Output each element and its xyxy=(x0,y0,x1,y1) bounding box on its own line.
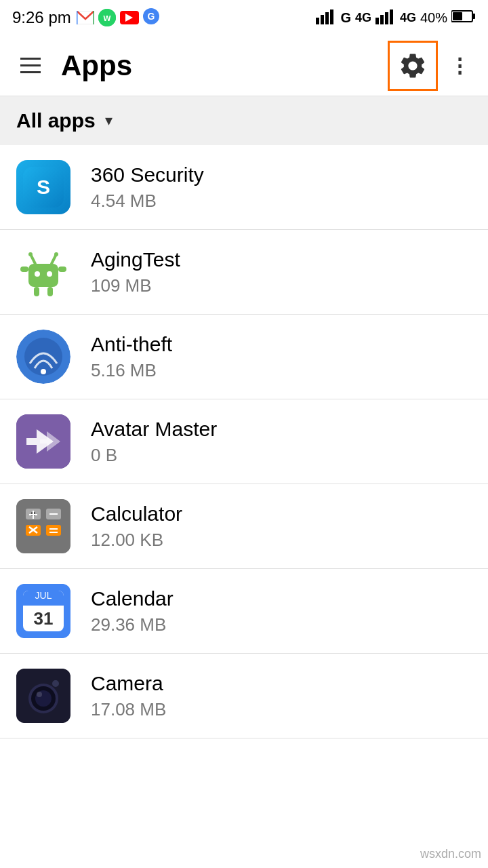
app-info-360-security: 360 Security 4.54 MB xyxy=(91,163,204,212)
app-item-agingtest[interactable]: AgingTest 109 MB xyxy=(0,230,488,315)
svg-point-61 xyxy=(52,680,59,687)
svg-rect-17 xyxy=(453,12,462,20)
app-size-360-security: 4.54 MB xyxy=(91,191,204,212)
gmail-icon xyxy=(77,9,94,26)
svg-line-23 xyxy=(31,256,35,264)
svg-rect-28 xyxy=(47,287,53,296)
svg-text:G: G xyxy=(147,11,155,22)
app-icon-360-security: S xyxy=(16,160,70,214)
app-item-calculator[interactable]: Calculator 12.00 KB xyxy=(0,484,488,569)
svg-rect-11 xyxy=(375,18,379,24)
hamburger-menu-button[interactable] xyxy=(14,49,47,83)
svg-text:31: 31 xyxy=(34,608,54,629)
app-item-360-security[interactable]: S 360 Security 4.54 MB xyxy=(0,145,488,230)
app-info-calculator: Calculator 12.00 KB xyxy=(91,502,182,551)
svg-rect-29 xyxy=(20,267,28,272)
svg-point-22 xyxy=(47,271,52,277)
svg-rect-43 xyxy=(49,513,58,515)
settings-button-highlighted xyxy=(388,41,438,91)
battery-percent: 40% xyxy=(420,10,447,26)
svg-point-26 xyxy=(54,252,58,256)
more-options-button[interactable]: ⋮ xyxy=(445,45,474,86)
svg-rect-27 xyxy=(34,287,39,296)
svg-rect-49 xyxy=(49,532,58,533)
svg-rect-8 xyxy=(321,15,324,24)
app-icon-calculator xyxy=(16,499,70,553)
svg-rect-20 xyxy=(28,264,58,287)
gear-icon xyxy=(398,51,428,81)
app-item-calendar[interactable]: 31 JUL Calendar 29.36 MB xyxy=(0,569,488,654)
app-icon-camera xyxy=(16,669,70,723)
app-icon-avatarmaster xyxy=(16,414,70,469)
app-info-agingtest: AgingTest 109 MB xyxy=(91,248,180,296)
svg-rect-9 xyxy=(325,12,329,24)
app-size-avatarmaster: 0 B xyxy=(91,445,217,466)
hamburger-line-3 xyxy=(20,71,41,73)
svg-line-25 xyxy=(52,256,56,264)
app-info-calendar: Calendar 29.36 MB xyxy=(91,587,174,635)
youtube-icon xyxy=(120,11,139,24)
lte-icon: 4G xyxy=(355,11,371,25)
svg-text:S: S xyxy=(37,176,50,198)
svg-rect-48 xyxy=(49,528,58,530)
google-icon: G xyxy=(143,8,159,27)
app-size-antitheft: 5.16 MB xyxy=(91,360,172,381)
svg-rect-53 xyxy=(23,600,64,606)
filter-label: All apps xyxy=(16,109,96,132)
whatsapp-icon: w xyxy=(98,9,116,26)
svg-rect-16 xyxy=(472,14,475,19)
filter-bar: All apps ▾ xyxy=(0,96,488,145)
svg-point-24 xyxy=(28,252,33,256)
svg-text:w: w xyxy=(102,12,110,23)
hamburger-line-1 xyxy=(20,58,41,60)
app-info-camera: Camera 17.08 MB xyxy=(91,672,166,720)
app-item-antitheft[interactable]: Anti-theft 5.16 MB xyxy=(0,315,488,399)
hamburger-line-2 xyxy=(20,64,41,66)
svg-point-60 xyxy=(37,692,42,697)
app-size-camera: 17.08 MB xyxy=(91,699,166,720)
battery-icon xyxy=(451,9,476,26)
app-name-avatarmaster: Avatar Master xyxy=(91,418,217,441)
watermark: wsxdn.com xyxy=(420,847,481,861)
svg-rect-45 xyxy=(46,525,61,536)
app-icon-agingtest xyxy=(16,245,70,299)
status-time: 9:26 pm xyxy=(12,8,71,27)
svg-rect-13 xyxy=(385,12,388,24)
app-name-360-security: 360 Security xyxy=(91,163,204,186)
svg-rect-12 xyxy=(380,15,384,24)
app-list: S 360 Security 4.54 MB xyxy=(0,145,488,738)
signal-bars xyxy=(316,8,336,28)
app-item-avatarmaster[interactable]: Avatar Master 0 B xyxy=(0,399,488,484)
app-item-camera[interactable]: Camera 17.08 MB xyxy=(0,654,488,738)
app-size-calculator: 12.00 KB xyxy=(91,530,182,551)
svg-rect-42 xyxy=(33,511,34,519)
app-icon-antitheft xyxy=(16,330,70,384)
app-icon-calendar: 31 JUL xyxy=(16,584,70,638)
status-bar-left: 9:26 pm w xyxy=(12,8,159,27)
status-notification-icons: w G xyxy=(77,8,159,27)
app-size-agingtest: 109 MB xyxy=(91,275,180,296)
status-bar-right: G 4G 4G 40% xyxy=(316,8,476,28)
page-title: Apps xyxy=(61,50,388,82)
svg-rect-30 xyxy=(58,267,66,272)
app-info-antitheft: Anti-theft 5.16 MB xyxy=(91,333,172,381)
network-type-2: 4G xyxy=(400,11,416,25)
settings-button[interactable] xyxy=(392,45,433,86)
app-name-camera: Camera xyxy=(91,672,166,695)
signal-bars-2 xyxy=(375,8,396,28)
svg-rect-7 xyxy=(316,18,319,24)
app-bar: Apps ⋮ xyxy=(0,35,488,96)
svg-text:JUL: JUL xyxy=(35,590,52,601)
app-name-agingtest: AgingTest xyxy=(91,248,180,271)
svg-point-33 xyxy=(41,369,46,374)
app-name-calculator: Calculator xyxy=(91,502,182,526)
svg-rect-37 xyxy=(16,499,70,553)
app-name-calendar: Calendar xyxy=(91,587,174,610)
app-size-calendar: 29.36 MB xyxy=(91,614,174,635)
status-bar: 9:26 pm w xyxy=(0,0,488,35)
filter-dropdown-arrow[interactable]: ▾ xyxy=(105,112,113,130)
svg-point-21 xyxy=(35,271,40,277)
svg-rect-14 xyxy=(390,9,393,24)
network-type: G xyxy=(340,10,351,26)
app-name-antitheft: Anti-theft xyxy=(91,333,172,356)
